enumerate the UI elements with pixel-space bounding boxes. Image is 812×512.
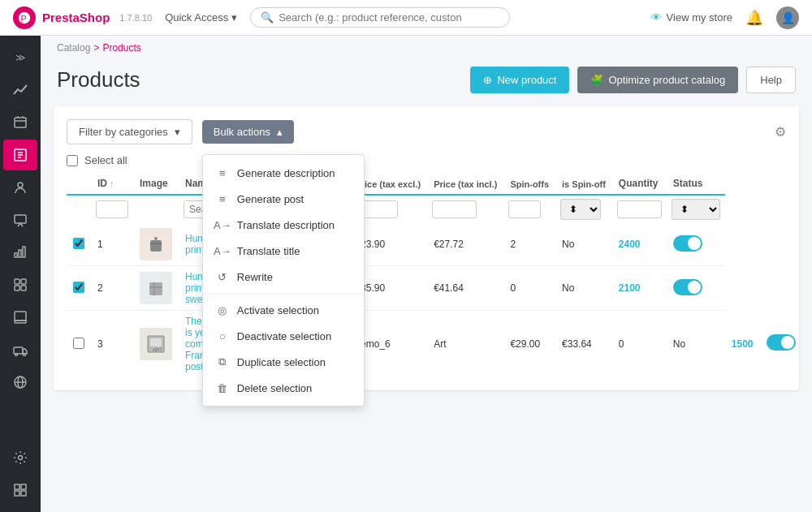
row3-toggle-on[interactable]	[767, 334, 796, 351]
row3-status	[760, 311, 802, 378]
svg-point-15	[15, 354, 18, 356]
toolbar: Filter by categories ▾ Bulk actions ▴ ≡ …	[67, 119, 786, 144]
svg-rect-28	[150, 338, 162, 346]
row2-spinoffs: 0	[503, 266, 555, 311]
row2-checkbox[interactable]	[73, 282, 84, 293]
row1-checkbox[interactable]	[73, 238, 84, 249]
th-is-spinoff: is Spin-off	[555, 173, 612, 195]
th-id[interactable]: ID ↑	[91, 173, 133, 195]
bulk-translate-description[interactable]: A→ Translate description	[203, 212, 364, 238]
sidebar-item-stats[interactable]	[3, 237, 37, 268]
svg-rect-26	[149, 282, 162, 295]
filter-status-select[interactable]: ⬍ On Off	[672, 199, 720, 220]
th-quantity: Quantity	[612, 173, 667, 195]
global-search-bar[interactable]: 🔍	[250, 7, 510, 28]
svg-rect-22	[15, 491, 19, 496]
sidebar-item-design[interactable]	[3, 302, 37, 333]
view-store-button[interactable]: 👁 View my store	[651, 11, 732, 24]
svg-rect-21	[21, 484, 26, 489]
row1-checkbox-cell	[67, 223, 91, 266]
svg-text:ART: ART	[153, 347, 162, 352]
select-all-row: Select all	[67, 154, 786, 166]
sidebar-item-orders[interactable]	[3, 107, 37, 138]
notifications-icon[interactable]: 🔔	[745, 9, 763, 27]
logo-area: P PrestaShop 1.7.8.10	[13, 6, 152, 29]
bulk-rewrite[interactable]: ↺ Rewrite	[203, 264, 364, 290]
row3-category: Art	[427, 311, 503, 378]
svg-rect-5	[15, 215, 26, 223]
svg-rect-13	[15, 312, 26, 321]
filter-price-incl-input[interactable]	[432, 200, 477, 218]
help-button[interactable]: Help	[746, 67, 796, 93]
filter-by-categories-button[interactable]: Filter by categories ▾	[67, 119, 192, 144]
filter-image-cell	[133, 195, 179, 223]
main-content: Catalog > Products Products ⊕ New produc…	[41, 36, 812, 512]
filter-quantity-input[interactable]	[617, 200, 662, 218]
svg-text:P: P	[21, 13, 27, 23]
svg-rect-20	[15, 484, 19, 489]
layout: ≫	[0, 36, 812, 512]
filter-id-input[interactable]	[96, 200, 128, 218]
svg-rect-2	[15, 118, 26, 127]
bulk-translate-title[interactable]: A→ Translate title	[203, 238, 364, 264]
bulk-deactivate[interactable]: ○ Deactivate selection	[203, 323, 364, 349]
filter-price-incl-cell	[427, 195, 503, 223]
products-table: ID ↑ Image Name Reference Category Price…	[67, 173, 802, 377]
th-spinoffs: Spin-offs	[503, 173, 555, 195]
global-search-input[interactable]	[279, 11, 499, 24]
svg-point-16	[24, 354, 26, 356]
sidebar-item-customers[interactable]	[3, 172, 37, 203]
row2-toggle-on[interactable]	[673, 279, 702, 295]
nav-right: 👁 View my store 🔔 👤	[651, 6, 799, 29]
bulk-duplicate[interactable]: ⧉ Duplicate selection	[203, 349, 364, 375]
row3-image: ART	[133, 311, 179, 378]
bulk-delete[interactable]: 🗑 Delete selection	[203, 375, 364, 401]
user-avatar[interactable]: 👤	[776, 6, 799, 29]
row2-product-image	[140, 272, 172, 304]
row2-status-toggle[interactable]	[673, 279, 702, 295]
deactivate-icon: ○	[216, 329, 229, 342]
sidebar-item-modules[interactable]	[3, 269, 37, 300]
sidebar-item-expand[interactable]: ≫	[3, 42, 37, 73]
puzzle-icon: 🧩	[590, 74, 603, 86]
sidebar-item-messages[interactable]	[3, 204, 37, 235]
filter-is-spinoff-select[interactable]: ⬍ Yes No	[560, 199, 601, 220]
breadcrumb-catalog: Catalog	[57, 42, 90, 54]
row2-id: 2	[91, 266, 133, 311]
row2-price-incl: €41.64	[427, 266, 503, 311]
row1-status-toggle[interactable]	[673, 235, 702, 252]
row3-checkbox[interactable]	[73, 338, 84, 349]
bulk-actions-button[interactable]: Bulk actions ▴	[202, 120, 294, 144]
sidebar-item-advanced[interactable]	[3, 475, 37, 506]
select-all-label: Select all	[84, 154, 127, 166]
sidebar-item-catalog[interactable]	[3, 140, 37, 170]
duplicate-icon: ⧉	[216, 355, 229, 368]
new-product-button[interactable]: ⊕ New product	[470, 67, 569, 93]
bulk-generate-post[interactable]: ≡ Generate post	[203, 186, 364, 212]
optimize-catalog-button[interactable]: 🧩 Optimize product catalog	[577, 67, 738, 93]
row3-checkbox-cell	[67, 311, 91, 378]
svg-rect-8	[23, 247, 25, 257]
sidebar-item-trending[interactable]	[3, 75, 37, 105]
sidebar-item-settings[interactable]	[3, 442, 37, 473]
header-buttons: ⊕ New product 🧩 Optimize product catalog…	[470, 67, 796, 93]
row2-quantity: 2100	[612, 266, 667, 311]
version-label: 1.7.8.10	[119, 13, 152, 23]
table-row: 2 Humming printed sweater demo	[67, 266, 802, 311]
table-settings-icon[interactable]: ⚙	[775, 124, 786, 140]
sidebar-item-shipping[interactable]	[3, 334, 37, 365]
row1-spinoffs: 2	[503, 223, 555, 266]
row3-status-toggle[interactable]	[767, 334, 796, 351]
row3-is-spinoff: No	[667, 311, 725, 378]
filter-spinoffs-input[interactable]	[508, 200, 541, 218]
row1-toggle-on[interactable]	[673, 235, 702, 252]
quick-access-menu[interactable]: Quick Access ▾	[165, 11, 237, 24]
bulk-generate-description[interactable]: ≡ Generate description	[203, 160, 364, 186]
plus-icon: ⊕	[483, 74, 492, 86]
select-all-checkbox[interactable]	[67, 155, 78, 166]
translate2-icon: A→	[216, 244, 229, 257]
sidebar: ≫	[0, 36, 41, 512]
bulk-activate[interactable]: ◎ Activate selection	[203, 297, 364, 323]
sidebar-item-international[interactable]	[3, 367, 37, 398]
table-row: 3 ART The best is yet to come' Framed po…	[67, 311, 802, 378]
